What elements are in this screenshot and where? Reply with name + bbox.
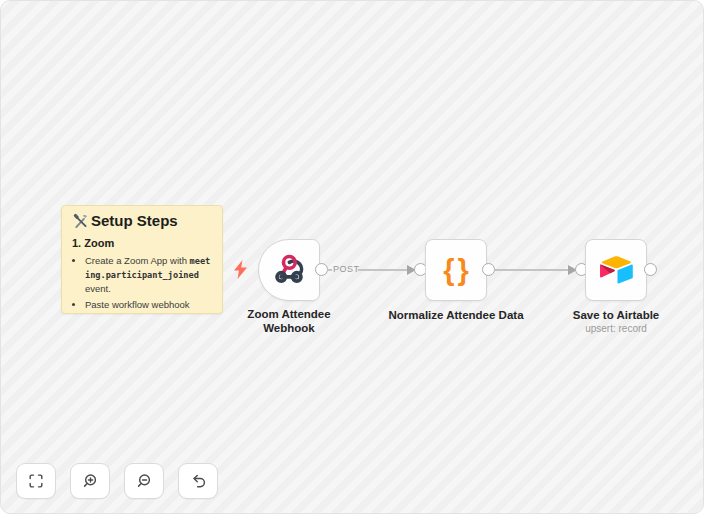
undo-icon (189, 472, 207, 490)
node-subtitle-airtable: upsert: record (541, 323, 691, 334)
zoom-in-icon (81, 472, 99, 490)
note-bullet-2: Paste workflow webhook (85, 298, 212, 311)
wire-1 (358, 269, 408, 271)
trigger-bolt-icon (233, 260, 248, 279)
fit-view-icon (27, 472, 45, 490)
workflow-canvas[interactable]: Setup Steps 1. Zoom Create a Zoom App wi… (0, 0, 704, 514)
zoom-out-button[interactable] (124, 463, 164, 499)
code-braces-icon: {} (440, 256, 472, 285)
wire-2 (495, 269, 569, 271)
node-zoom-attendee-webhook[interactable] (258, 239, 320, 301)
sticky-note-title-text: Setup Steps (91, 213, 178, 230)
fit-view-button[interactable] (16, 463, 56, 499)
node-label-zoom-attendee-webhook: Zoom Attendee Webhook (234, 307, 344, 336)
hammer-wrench-icon (72, 213, 89, 230)
sticky-note-bullets: Create a Zoom App with meeting.participa… (72, 254, 212, 311)
node-label-normalize-attendee-data: Normalize Attendee Data (371, 308, 541, 322)
node-label-save-to-airtable: Save to Airtable (541, 308, 691, 322)
sticky-note-heading: 1. Zoom (72, 237, 212, 249)
node-normalize-attendee-data[interactable]: {} (425, 239, 487, 301)
zoom-out-icon (135, 472, 153, 490)
sticky-note[interactable]: Setup Steps 1. Zoom Create a Zoom App wi… (61, 205, 223, 314)
airtable-icon (598, 254, 635, 286)
wire-1-label: POST (333, 264, 360, 274)
sticky-note-title: Setup Steps (72, 213, 212, 230)
node-save-to-airtable[interactable] (585, 239, 647, 301)
note-bullet-1: Create a Zoom App with meeting.participa… (85, 254, 212, 295)
undo-button[interactable] (178, 463, 218, 499)
zoom-in-button[interactable] (70, 463, 110, 499)
webhook-icon (270, 251, 308, 289)
output-port-airtable[interactable] (644, 263, 657, 276)
output-port-normalize[interactable] (482, 263, 495, 276)
wire-1-stub (327, 269, 332, 271)
